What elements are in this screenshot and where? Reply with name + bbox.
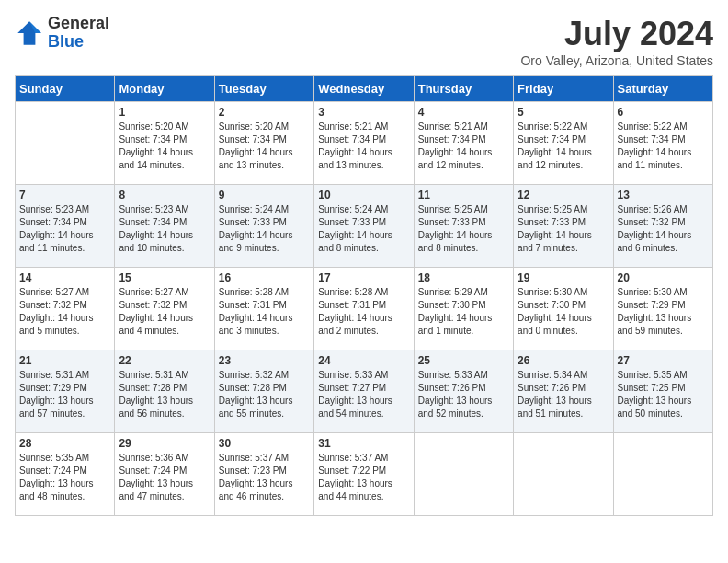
calendar-cell	[414, 433, 513, 516]
logo-line1: General	[48, 15, 109, 33]
day-info: Sunrise: 5:24 AM Sunset: 7:33 PM Dayligh…	[318, 203, 409, 255]
day-info: Sunrise: 5:22 AM Sunset: 7:34 PM Dayligh…	[618, 121, 709, 172]
week-row-2: 7Sunrise: 5:23 AM Sunset: 7:34 PM Daylig…	[16, 185, 713, 268]
weekday-header-sunday: Sunday	[16, 76, 115, 102]
weekday-header-friday: Friday	[514, 76, 613, 102]
logo-line2: Blue	[48, 33, 109, 52]
week-row-4: 21Sunrise: 5:31 AM Sunset: 7:29 PM Dayli…	[16, 350, 713, 433]
week-row-1: 1Sunrise: 5:20 AM Sunset: 7:34 PM Daylig…	[16, 102, 713, 185]
calendar-cell: 12Sunrise: 5:25 AM Sunset: 7:33 PM Dayli…	[514, 185, 613, 268]
day-number: 1	[119, 106, 210, 119]
calendar-cell: 2Sunrise: 5:20 AM Sunset: 7:34 PM Daylig…	[214, 102, 313, 185]
logo-icon	[15, 18, 44, 48]
calendar-cell: 23Sunrise: 5:32 AM Sunset: 7:28 PM Dayli…	[214, 350, 313, 433]
day-number: 8	[119, 189, 210, 201]
day-info: Sunrise: 5:30 AM Sunset: 7:29 PM Dayligh…	[618, 286, 709, 338]
calendar-cell: 27Sunrise: 5:35 AM Sunset: 7:25 PM Dayli…	[613, 350, 712, 433]
day-number: 27	[618, 354, 709, 367]
page-header: General Blue July 2024 Oro Valley, Arizo…	[15, 15, 713, 68]
calendar-cell: 13Sunrise: 5:26 AM Sunset: 7:32 PM Dayli…	[613, 185, 712, 268]
day-number: 6	[618, 106, 709, 119]
day-info: Sunrise: 5:21 AM Sunset: 7:34 PM Dayligh…	[418, 121, 509, 172]
day-info: Sunrise: 5:28 AM Sunset: 7:31 PM Dayligh…	[318, 286, 409, 338]
calendar-cell: 26Sunrise: 5:34 AM Sunset: 7:26 PM Dayli…	[514, 350, 613, 433]
weekday-header-thursday: Thursday	[414, 76, 513, 102]
calendar-cell: 9Sunrise: 5:24 AM Sunset: 7:33 PM Daylig…	[214, 185, 313, 268]
calendar-cell: 11Sunrise: 5:25 AM Sunset: 7:33 PM Dayli…	[414, 185, 513, 268]
calendar-cell: 18Sunrise: 5:29 AM Sunset: 7:30 PM Dayli…	[414, 268, 513, 350]
day-info: Sunrise: 5:30 AM Sunset: 7:30 PM Dayligh…	[518, 286, 609, 338]
day-info: Sunrise: 5:23 AM Sunset: 7:34 PM Dayligh…	[119, 203, 210, 255]
calendar-cell: 1Sunrise: 5:20 AM Sunset: 7:34 PM Daylig…	[115, 102, 214, 185]
calendar-cell: 8Sunrise: 5:23 AM Sunset: 7:34 PM Daylig…	[115, 185, 214, 268]
day-info: Sunrise: 5:36 AM Sunset: 7:24 PM Dayligh…	[119, 452, 210, 503]
calendar-cell: 29Sunrise: 5:36 AM Sunset: 7:24 PM Dayli…	[115, 433, 214, 516]
calendar-cell: 3Sunrise: 5:21 AM Sunset: 7:34 PM Daylig…	[314, 102, 414, 185]
day-number: 18	[418, 271, 509, 284]
calendar-cell: 25Sunrise: 5:33 AM Sunset: 7:26 PM Dayli…	[414, 350, 513, 433]
day-info: Sunrise: 5:27 AM Sunset: 7:32 PM Dayligh…	[19, 286, 110, 338]
calendar-table: SundayMondayTuesdayWednesdayThursdayFrid…	[15, 75, 713, 516]
calendar-cell: 16Sunrise: 5:28 AM Sunset: 7:31 PM Dayli…	[214, 268, 313, 350]
day-number: 3	[318, 106, 409, 119]
logo: General Blue	[15, 15, 109, 52]
calendar-cell: 10Sunrise: 5:24 AM Sunset: 7:33 PM Dayli…	[314, 185, 414, 268]
day-info: Sunrise: 5:25 AM Sunset: 7:33 PM Dayligh…	[518, 203, 609, 255]
day-number: 5	[518, 106, 609, 119]
day-number: 11	[418, 189, 509, 201]
calendar-cell: 14Sunrise: 5:27 AM Sunset: 7:32 PM Dayli…	[16, 268, 115, 350]
calendar-cell	[16, 102, 115, 185]
day-info: Sunrise: 5:20 AM Sunset: 7:34 PM Dayligh…	[119, 121, 210, 172]
week-row-3: 14Sunrise: 5:27 AM Sunset: 7:32 PM Dayli…	[16, 268, 713, 350]
week-row-5: 28Sunrise: 5:35 AM Sunset: 7:24 PM Dayli…	[16, 433, 713, 516]
calendar-cell: 7Sunrise: 5:23 AM Sunset: 7:34 PM Daylig…	[16, 185, 115, 268]
day-number: 30	[219, 437, 310, 450]
day-number: 14	[19, 271, 110, 284]
day-number: 22	[119, 354, 210, 367]
calendar-cell: 6Sunrise: 5:22 AM Sunset: 7:34 PM Daylig…	[613, 102, 712, 185]
day-info: Sunrise: 5:24 AM Sunset: 7:33 PM Dayligh…	[219, 203, 310, 255]
month-title: July 2024	[520, 15, 713, 53]
day-info: Sunrise: 5:34 AM Sunset: 7:26 PM Dayligh…	[518, 369, 609, 420]
day-number: 15	[119, 271, 210, 284]
day-info: Sunrise: 5:32 AM Sunset: 7:28 PM Dayligh…	[219, 369, 310, 420]
weekday-header-tuesday: Tuesday	[214, 76, 313, 102]
day-number: 7	[19, 189, 110, 201]
day-number: 17	[318, 271, 409, 284]
day-number: 2	[219, 106, 310, 119]
calendar-cell	[613, 433, 712, 516]
calendar-cell	[514, 433, 613, 516]
day-info: Sunrise: 5:33 AM Sunset: 7:27 PM Dayligh…	[318, 369, 409, 420]
day-number: 13	[618, 189, 709, 201]
day-number: 29	[119, 437, 210, 450]
day-info: Sunrise: 5:35 AM Sunset: 7:24 PM Dayligh…	[19, 452, 110, 503]
day-info: Sunrise: 5:35 AM Sunset: 7:25 PM Dayligh…	[618, 369, 709, 420]
day-number: 16	[219, 271, 310, 284]
location: Oro Valley, Arizona, United States	[520, 53, 713, 68]
calendar-cell: 19Sunrise: 5:30 AM Sunset: 7:30 PM Dayli…	[514, 268, 613, 350]
calendar-cell: 20Sunrise: 5:30 AM Sunset: 7:29 PM Dayli…	[613, 268, 712, 350]
day-info: Sunrise: 5:33 AM Sunset: 7:26 PM Dayligh…	[418, 369, 509, 420]
day-number: 10	[318, 189, 409, 201]
weekday-header-monday: Monday	[115, 76, 214, 102]
day-info: Sunrise: 5:27 AM Sunset: 7:32 PM Dayligh…	[119, 286, 210, 338]
day-number: 28	[19, 437, 110, 450]
weekday-header-saturday: Saturday	[613, 76, 712, 102]
day-info: Sunrise: 5:37 AM Sunset: 7:23 PM Dayligh…	[219, 452, 310, 503]
day-info: Sunrise: 5:26 AM Sunset: 7:32 PM Dayligh…	[618, 203, 709, 255]
day-number: 19	[518, 271, 609, 284]
calendar-cell: 31Sunrise: 5:37 AM Sunset: 7:22 PM Dayli…	[314, 433, 414, 516]
calendar-cell: 5Sunrise: 5:22 AM Sunset: 7:34 PM Daylig…	[514, 102, 613, 185]
day-number: 4	[418, 106, 509, 119]
day-number: 9	[219, 189, 310, 201]
day-info: Sunrise: 5:31 AM Sunset: 7:28 PM Dayligh…	[119, 369, 210, 420]
calendar-cell: 17Sunrise: 5:28 AM Sunset: 7:31 PM Dayli…	[314, 268, 414, 350]
day-number: 12	[518, 189, 609, 201]
calendar-cell: 24Sunrise: 5:33 AM Sunset: 7:27 PM Dayli…	[314, 350, 414, 433]
calendar-cell: 15Sunrise: 5:27 AM Sunset: 7:32 PM Dayli…	[115, 268, 214, 350]
day-info: Sunrise: 5:21 AM Sunset: 7:34 PM Dayligh…	[318, 121, 409, 172]
calendar-cell: 4Sunrise: 5:21 AM Sunset: 7:34 PM Daylig…	[414, 102, 513, 185]
day-number: 23	[219, 354, 310, 367]
day-number: 21	[19, 354, 110, 367]
weekday-header-wednesday: Wednesday	[314, 76, 414, 102]
